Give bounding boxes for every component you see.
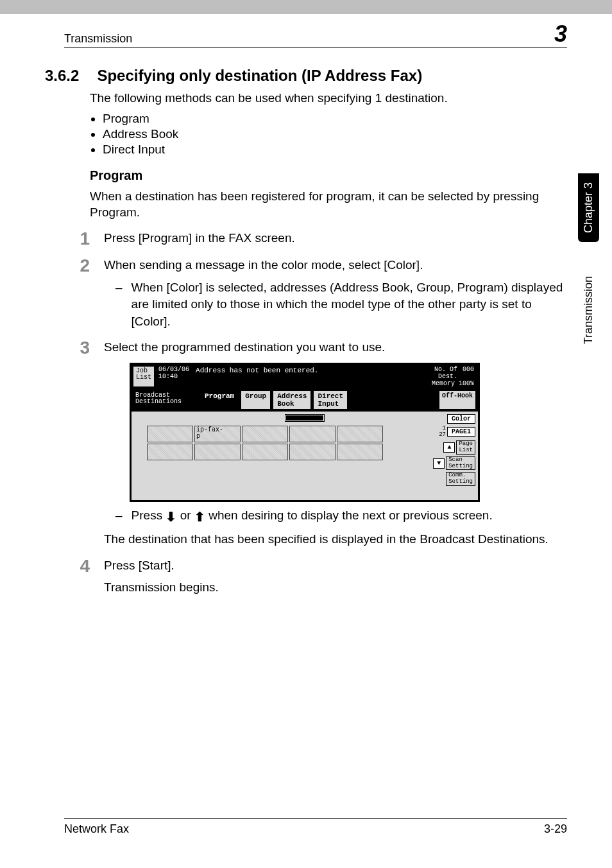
dash-icon: – [115,507,123,526]
program-intro: When a destination has been registered f… [90,188,567,221]
program-cell-empty[interactable] [242,426,288,442]
step-number: 4 [71,557,90,596]
tab-program[interactable]: Program [200,390,239,410]
program-cell-empty[interactable] [337,426,383,442]
page-list-button[interactable]: Page List [456,440,475,455]
broadcast-destinations-panel: Broadcast Destinations [133,390,198,410]
step-4-text: Press [Start]. [104,557,567,575]
off-hook-button[interactable]: Off-Hook [439,390,476,410]
list-item: Program [103,112,567,126]
program-cell-empty[interactable] [242,444,288,460]
section-number: 3.6.2 [45,67,79,85]
step-number: 2 [71,257,90,330]
step-3-result: The destination that has been specified … [104,531,567,548]
fax-datetime: 06/03/06 10:40 [156,365,192,388]
fax-screen: Job List 06/03/06 10:40 Address has not … [130,363,480,502]
tab-direct-input[interactable]: Direct Input [313,390,348,410]
tab-address-book[interactable]: Address Book [273,390,311,410]
program-cell-ip-fax-p[interactable]: ip-fax- p [194,426,241,442]
step-3-arrow-note: Press ⬇ or ⬆ when desiring to display th… [132,507,493,526]
step-number: 1 [71,230,90,248]
scroll-up-icon[interactable]: ▲ [443,442,455,453]
running-head-chapter-number: 3 [554,22,567,46]
top-gray-strip [0,0,612,14]
step-2-text: When sending a message in the color mode… [104,257,567,274]
no-of-dest-label: No. Of Dest. [434,366,457,380]
program-cell-empty[interactable] [147,426,193,442]
list-item: Address Book [103,127,567,141]
methods-list: Program Address Book Direct Input [103,112,567,157]
tab-group[interactable]: Group [241,390,271,410]
program-cell-empty[interactable] [337,444,383,460]
step-1-text: Press [Program] in the FAX screen. [104,230,567,248]
page-count: 1 27 [439,426,446,438]
program-cell-empty[interactable] [289,444,336,460]
step-3-text: Select the programmed destination you wa… [104,339,567,356]
sub-heading-program: Program [90,168,567,183]
comm-setting-button[interactable]: Comm. Setting [446,472,475,486]
section-title: Specifying only destination (IP Address … [97,67,422,85]
letter-selector[interactable] [285,414,325,422]
fax-status-msg: Address has not been entered. [192,365,432,388]
running-head-left: Transmission [64,32,132,46]
list-item: Direct Input [103,143,567,157]
step-4-result: Transmission begins. [104,579,567,596]
memory-status: Memory 100% [432,380,474,387]
footer-page-number: 3-29 [544,822,567,836]
text-fragment: Press [132,508,163,522]
dash-icon: – [115,279,123,331]
side-tab-section: Transmission [578,270,599,351]
footer-left: Network Fax [64,822,129,836]
no-of-dest-value: 000 [463,366,474,380]
job-list-button[interactable]: Job List [133,366,155,387]
text-fragment: when desiring to display the next or pre… [208,508,493,522]
arrow-down-icon: ⬇ [166,508,176,526]
scroll-down-icon[interactable]: ▼ [433,458,445,469]
program-cell-empty[interactable] [289,426,336,442]
intro-text: The following methods can be used when s… [90,90,567,107]
scan-setting-button[interactable]: Scan Setting [446,456,475,471]
running-head: Transmission 3 [64,22,567,48]
program-grid: ip-fax- p [147,426,475,460]
side-tab-chapter: Chapter 3 [578,173,599,242]
step-number: 3 [71,339,90,548]
color-button[interactable]: Color [447,414,475,424]
text-fragment: or [180,508,191,522]
step-2-note: When [Color] is selected, addresses (Add… [132,279,567,331]
program-cell-empty[interactable] [194,444,241,460]
arrow-up-icon: ⬆ [194,508,205,526]
program-cell-empty[interactable] [147,444,193,460]
page1-button[interactable]: PAGE1 [447,427,475,437]
